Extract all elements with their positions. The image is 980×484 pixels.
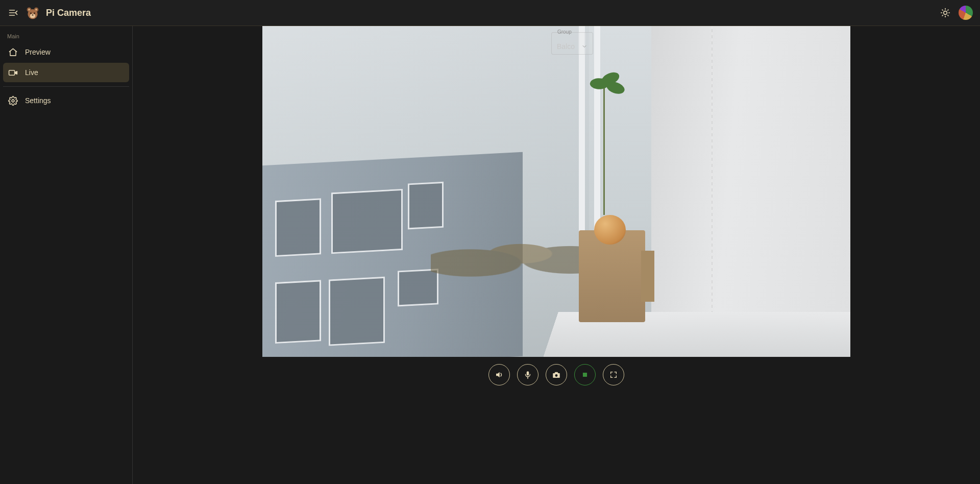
chevron-down-icon	[581, 43, 587, 50]
camera-icon	[552, 370, 561, 379]
svg-point-9	[30, 12, 32, 14]
app-title: Pi Camera	[46, 8, 91, 18]
sidebar-item-label: Preview	[25, 48, 51, 56]
video-scene	[262, 26, 850, 357]
group-select[interactable]: Group Balco	[551, 32, 593, 55]
group-select-legend: Group	[556, 29, 573, 35]
sidebar: Main Preview Live Set	[0, 26, 133, 484]
svg-line-19	[942, 15, 943, 16]
sidebar-item-live[interactable]: Live	[3, 63, 129, 82]
theme-toggle-button[interactable]	[939, 7, 951, 19]
video-controls	[488, 364, 624, 385]
menu-toggle-button[interactable]	[7, 7, 19, 19]
microphone-button[interactable]	[517, 364, 538, 385]
home-icon	[8, 47, 18, 57]
svg-point-12	[944, 11, 947, 15]
svg-rect-23	[527, 371, 529, 375]
group-select-value: Balco	[557, 42, 575, 51]
microphone-icon	[523, 370, 532, 379]
svg-point-25	[555, 374, 558, 377]
gear-icon	[8, 96, 18, 106]
svg-line-15	[942, 10, 943, 10]
fullscreen-button[interactable]	[603, 364, 624, 385]
user-avatar[interactable]	[959, 6, 973, 20]
sun-icon	[940, 8, 950, 18]
svg-point-11	[32, 14, 33, 15]
sidebar-item-settings[interactable]: Settings	[3, 91, 129, 110]
sidebar-item-label: Live	[25, 68, 38, 77]
stop-button[interactable]	[574, 364, 596, 385]
sidebar-item-label: Settings	[25, 96, 51, 105]
header-left: Pi Camera	[7, 6, 939, 20]
volume-button[interactable]	[488, 364, 510, 385]
svg-rect-26	[583, 373, 587, 377]
svg-rect-21	[9, 70, 15, 75]
volume-icon	[495, 370, 504, 379]
sidebar-separator	[3, 86, 129, 87]
svg-line-20	[948, 10, 948, 10]
svg-point-10	[34, 12, 35, 14]
app-logo	[26, 6, 40, 20]
main-content: Group Balco	[133, 26, 980, 484]
sidebar-item-preview[interactable]: Preview	[3, 42, 129, 62]
live-video-feed[interactable]: Group Balco	[262, 26, 850, 357]
menu-collapse-icon	[8, 8, 18, 18]
svg-point-22	[12, 100, 14, 102]
svg-line-16	[948, 15, 948, 16]
app-header: Pi Camera	[0, 0, 980, 26]
header-right	[939, 6, 973, 20]
stop-icon	[581, 371, 589, 378]
sidebar-section-label: Main	[3, 30, 129, 41]
fullscreen-icon	[609, 371, 618, 379]
video-icon	[8, 68, 18, 78]
snapshot-button[interactable]	[546, 364, 567, 385]
svg-point-8	[30, 14, 36, 18]
